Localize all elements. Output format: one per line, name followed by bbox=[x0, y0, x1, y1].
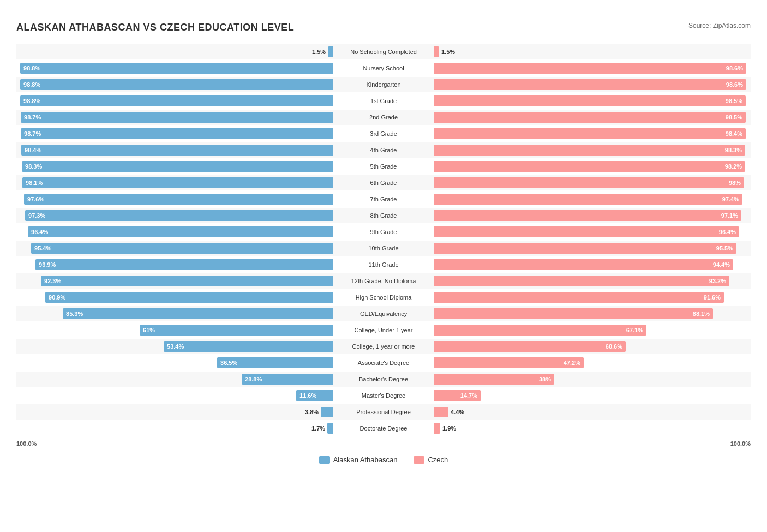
bar-value-left: 97.3% bbox=[28, 212, 45, 219]
pink-bar: 60.6% bbox=[434, 341, 626, 352]
bar-label: 1st Grade bbox=[333, 97, 434, 105]
bar-value-left: 96.4% bbox=[31, 229, 48, 235]
bar-value-right: 67.1% bbox=[626, 327, 643, 333]
bar-value-right: 91.6% bbox=[704, 294, 721, 301]
blue-bar bbox=[327, 423, 333, 434]
bar-value-right: 96.4% bbox=[719, 229, 736, 235]
bar-label: 6th Grade bbox=[333, 178, 434, 187]
bar-value-left: 98.8% bbox=[23, 65, 40, 71]
blue-bar: 11.6% bbox=[296, 390, 333, 401]
bar-value-left: 53.4% bbox=[167, 343, 184, 350]
bar-label: 2nd Grade bbox=[333, 113, 434, 122]
blue-bar: 53.4% bbox=[164, 341, 333, 352]
bar-value-left: 3.8% bbox=[305, 409, 319, 415]
bar-value-left: 98.3% bbox=[25, 163, 42, 170]
bar-value-right: 93.2% bbox=[709, 278, 726, 284]
bar-label: 8th Grade bbox=[333, 211, 434, 220]
legend: Alaskan Athabascan Czech bbox=[16, 456, 751, 464]
bar-value-right: 4.4% bbox=[451, 409, 464, 415]
bar-value-left: 1.7% bbox=[311, 425, 325, 432]
bar-label: Bachelor's Degree bbox=[333, 375, 434, 384]
pink-bar: 95.5% bbox=[434, 243, 736, 254]
chart-title: ALASKAN ATHABASCAN VS CZECH EDUCATION LE… bbox=[16, 22, 294, 33]
bar-value-left: 98.7% bbox=[24, 114, 41, 121]
bar-label: 12th Grade, No Diploma bbox=[333, 277, 434, 285]
bar-value-left: 1.5% bbox=[312, 49, 326, 55]
blue-bar bbox=[328, 46, 333, 57]
bar-value-right: 1.5% bbox=[441, 49, 455, 55]
bar-label: 4th Grade bbox=[333, 146, 434, 154]
pink-bar: 98.5% bbox=[434, 95, 746, 106]
bar-value-left: 98.8% bbox=[23, 81, 40, 88]
bar-label: 5th Grade bbox=[333, 162, 434, 171]
bar-label: 7th Grade bbox=[333, 195, 434, 204]
blue-bar: 90.9% bbox=[45, 292, 333, 303]
bar-row: 98.7%2nd Grade98.5% bbox=[16, 110, 751, 125]
bar-label: 9th Grade bbox=[333, 228, 434, 236]
bar-row: 1.7%Doctorate Degree1.9% bbox=[16, 421, 751, 436]
bar-value-right: 98.3% bbox=[725, 147, 742, 153]
bar-label: 3rd Grade bbox=[333, 129, 434, 138]
bar-row: 97.3%8th Grade97.1% bbox=[16, 208, 751, 223]
blue-bar: 98.3% bbox=[22, 161, 333, 172]
blue-bar: 97.6% bbox=[24, 194, 333, 205]
pink-bar: 14.7% bbox=[434, 390, 481, 401]
bar-row: 98.7%3rd Grade98.4% bbox=[16, 126, 751, 141]
bar-row: 53.4%College, 1 year or more60.6% bbox=[16, 339, 751, 354]
bar-label: Associate's Degree bbox=[333, 358, 434, 367]
blue-bar bbox=[321, 407, 333, 417]
bar-value-right: 1.9% bbox=[442, 425, 456, 432]
pink-bar: 88.1% bbox=[434, 308, 713, 319]
legend-pink: Czech bbox=[414, 456, 448, 464]
pink-bar: 38% bbox=[434, 374, 554, 385]
blue-bar: 36.5% bbox=[217, 357, 333, 368]
bar-value-left: 61% bbox=[143, 327, 155, 333]
bar-row: 61%College, Under 1 year67.1% bbox=[16, 322, 751, 338]
blue-bar: 98.8% bbox=[20, 63, 333, 74]
blue-bar: 28.8% bbox=[242, 374, 333, 385]
bar-value-right: 47.2% bbox=[564, 360, 580, 366]
blue-bar: 98.7% bbox=[21, 128, 333, 139]
pink-bar: 98.5% bbox=[434, 112, 746, 123]
blue-bar: 96.4% bbox=[28, 226, 333, 237]
bar-value-right: 14.7% bbox=[460, 392, 477, 399]
pink-bar: 98.4% bbox=[434, 128, 746, 139]
bar-label: High School Diploma bbox=[333, 293, 434, 302]
bar-label: Doctorate Degree bbox=[333, 424, 434, 433]
blue-bar: 61% bbox=[140, 325, 333, 336]
bar-label: 11th Grade bbox=[333, 260, 434, 269]
blue-bar: 97.3% bbox=[25, 210, 333, 221]
axis-right: 100.0% bbox=[730, 440, 751, 447]
bar-value-right: 97.4% bbox=[722, 196, 739, 202]
bar-row: 98.3%5th Grade98.2% bbox=[16, 159, 751, 174]
bar-row: 1.5%No Schooling Completed1.5% bbox=[16, 44, 751, 59]
bar-value-right: 97.1% bbox=[721, 212, 738, 219]
bar-row: 90.9%High School Diploma91.6% bbox=[16, 290, 751, 305]
pink-bar: 93.2% bbox=[434, 276, 729, 286]
chart-container: ALASKAN ATHABASCAN VS CZECH EDUCATION LE… bbox=[11, 11, 756, 475]
bar-row: 95.4%10th Grade95.5% bbox=[16, 241, 751, 256]
bar-row: 28.8%Bachelor's Degree38% bbox=[16, 372, 751, 387]
pink-bar: 98% bbox=[434, 177, 744, 188]
bar-row: 92.3%12th Grade, No Diploma93.2% bbox=[16, 273, 751, 289]
bar-value-left: 92.3% bbox=[44, 278, 61, 284]
bar-row: 85.3%GED/Equivalency88.1% bbox=[16, 306, 751, 321]
bar-label: Nursery School bbox=[333, 64, 434, 73]
bar-value-left: 85.3% bbox=[66, 310, 83, 317]
pink-bar: 94.4% bbox=[434, 259, 733, 270]
pink-bar: 98.6% bbox=[434, 79, 746, 90]
bar-value-left: 93.9% bbox=[39, 261, 56, 268]
bar-value-right: 98.6% bbox=[726, 81, 743, 88]
pink-bar: 96.4% bbox=[434, 226, 739, 237]
blue-bar: 93.9% bbox=[35, 259, 333, 270]
bar-label: No Schooling Completed bbox=[333, 47, 434, 56]
bar-label: College, 1 year or more bbox=[333, 342, 434, 351]
blue-bar: 95.4% bbox=[31, 243, 333, 254]
bar-value-right: 38% bbox=[539, 376, 551, 382]
bar-value-right: 98.2% bbox=[725, 163, 742, 170]
pink-bar: 97.4% bbox=[434, 194, 742, 205]
bar-label: College, Under 1 year bbox=[333, 326, 434, 334]
bar-value-right: 98.6% bbox=[726, 65, 743, 71]
bar-value-left: 90.9% bbox=[49, 294, 65, 301]
bar-row: 98.4%4th Grade98.3% bbox=[16, 142, 751, 158]
